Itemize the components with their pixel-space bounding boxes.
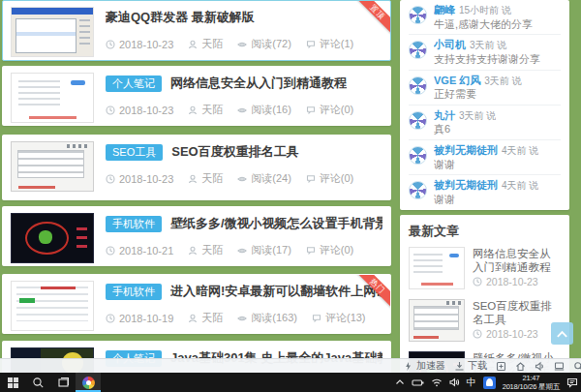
latest-article-title[interactable]: SEO百度权重排名工具 [473, 299, 561, 327]
accelerator-button[interactable]: 加速器 [403, 359, 445, 373]
chevron-up-icon [556, 329, 568, 339]
taskbar-clock[interactable]: 21:47 2018/10/26 星期五 [503, 374, 560, 391]
clock-icon [106, 314, 115, 323]
commenter-name[interactable]: 翩峰 [434, 4, 455, 15]
lightning-icon [403, 361, 413, 372]
eye-icon [237, 174, 247, 184]
article-author: 天陌 [201, 103, 223, 117]
browser-taskbar-button[interactable] [76, 373, 101, 392]
comment-item[interactable]: 被判无期徒刑4天前 说 谢谢 [409, 140, 561, 175]
latest-article-thumbnail[interactable] [409, 247, 465, 289]
article-comment-count: 评论(13) [325, 311, 366, 325]
commenter-name[interactable]: 被判无期徒刑 [434, 179, 498, 191]
commenter-name[interactable]: VGE 幻风 [434, 75, 480, 86]
comment-item[interactable]: 被判无期徒刑4天前 说 谢谢 [409, 175, 561, 209]
article-title[interactable]: 豪迪QQ群发器 最新破解版 [106, 9, 255, 26]
comment-text: 正好需要 [434, 88, 522, 101]
article-thumbnail[interactable] [11, 213, 94, 263]
article-thumbnail[interactable] [11, 7, 94, 57]
article-card[interactable]: SEO工具 SEO百度权重排名工具 2018-10-23 天陌 阅读(24) 评… [2, 135, 391, 200]
add-widget-button[interactable] [496, 361, 506, 372]
comment-time: 3天前 说 [484, 75, 521, 86]
ime-language-indicator[interactable]: 中 [467, 376, 476, 389]
article-reads: 阅读(163) [251, 311, 297, 325]
category-tag[interactable]: 手机软件 [106, 284, 162, 300]
article-date: 2018-10-19 [119, 313, 173, 324]
mute-button[interactable] [535, 361, 545, 372]
speaker-icon [535, 361, 545, 372]
article-author: 天陌 [201, 311, 223, 325]
comment-icon [312, 314, 321, 323]
commenter-name[interactable]: 被判无期徒刑 [434, 144, 498, 156]
eye-icon [237, 314, 247, 323]
clock-icon [473, 277, 482, 286]
clock-icon [106, 246, 115, 256]
user-icon [188, 246, 198, 256]
clock-icon [106, 174, 115, 184]
clock-icon [106, 40, 115, 49]
comment-time: 4天前 说 [502, 180, 538, 191]
commenter-name[interactable]: 丸汁 [434, 109, 455, 121]
comment-item[interactable]: VGE 幻风3天前 说 正好需要 [409, 71, 561, 106]
comment-text: 牛逼,感谢大佬的分享 [434, 18, 533, 31]
download-button[interactable]: 下载 [454, 359, 487, 373]
article-reads: 阅读(17) [251, 243, 291, 257]
back-to-top-button[interactable] [551, 322, 573, 345]
clock-icon [473, 329, 482, 339]
article-author: 天陌 [201, 171, 223, 186]
latest-article-thumbnail[interactable] [409, 299, 465, 342]
avatar [409, 76, 427, 95]
screen-button[interactable] [554, 361, 565, 372]
comment-item[interactable]: 翩峰15小时前 说 牛逼,感谢大佬的分享 [409, 0, 561, 35]
article-card[interactable]: 热门 手机软件 进入暗网!安卓最新可以翻墙软件上网破解版 2018-10-19 … [2, 274, 391, 334]
latest-article-item[interactable]: SEO百度权重排名工具 2018-10-23 [409, 294, 561, 347]
article-card[interactable]: 置顶 豪迪QQ群发器 最新破解版 2018-10-23 天陌 阅读(72) 评论… [2, 0, 391, 61]
comment-time: 15小时前 说 [459, 5, 511, 15]
volume-icon[interactable] [449, 377, 460, 387]
battery-icon[interactable] [412, 378, 424, 387]
comment-icon [306, 106, 316, 115]
start-button[interactable] [0, 373, 25, 392]
tray-chevron-up-icon[interactable] [395, 378, 405, 386]
article-title[interactable]: 壁纸多多/微视小视频怎么设置手机背景 [170, 215, 382, 232]
comment-time: 3天前 说 [459, 110, 496, 121]
home-button[interactable] [515, 361, 526, 372]
wifi-icon[interactable] [431, 377, 443, 387]
article-title[interactable]: SEO百度权重排名工具 [171, 143, 298, 161]
action-center-icon[interactable] [566, 377, 578, 388]
article-thumbnail[interactable] [11, 141, 94, 192]
comment-item[interactable]: 丸汁3天前 说 真6 [409, 106, 561, 140]
browser-bottom-bar: 加速器 下载 [0, 358, 581, 373]
article-title[interactable]: 进入暗网!安卓最新可以翻墙软件上网破解版 [170, 283, 382, 300]
article-comment-count: 评论(1) [320, 37, 353, 51]
article-date: 2018-10-23 [119, 173, 173, 185]
latest-article-date: 2018-10-23 [486, 276, 538, 287]
latest-article-title[interactable]: 网络信息安全从入门到精通教程 [473, 247, 561, 275]
article-comment-count: 评论(0) [320, 103, 353, 117]
article-card[interactable]: 手机软件 壁纸多多/微视小视频怎么设置手机背景 2018-10-21 天陌 阅读… [2, 206, 391, 266]
article-comment-count: 评论(0) [320, 243, 353, 257]
find-button[interactable] [573, 361, 581, 372]
article-thumbnail[interactable] [11, 73, 94, 123]
eye-icon [237, 246, 247, 256]
category-tag[interactable]: SEO工具 [106, 144, 163, 161]
article-meta: 2018-10-23 天陌 阅读(72) 评论(1) [106, 37, 382, 51]
article-date: 2018-10-21 [119, 245, 173, 256]
article-thumbnail[interactable] [11, 281, 94, 331]
system-tray: 中 21:47 2018/10/26 星期五 [395, 374, 581, 391]
taskbar-search-button[interactable] [25, 373, 50, 392]
article-comment-count: 评论(0) [320, 171, 353, 186]
latest-article-item[interactable]: 网络信息安全从入门到精通教程 2018-10-23 [409, 242, 561, 294]
category-tag[interactable]: 个人笔记 [106, 75, 162, 92]
article-meta: 2018-10-19 天陌 阅读(163) 评论(13) [106, 311, 382, 325]
article-reads: 阅读(72) [251, 37, 291, 51]
article-card[interactable]: 个人笔记 网络信息安全从入门到精通教程 2018-10-23 天陌 阅读(16)… [2, 66, 391, 126]
avatar [409, 111, 427, 130]
commenter-name[interactable]: 小司机 [434, 39, 466, 50]
comment-item[interactable]: 小司机3天前 说 支持支持支持谢谢分享 [409, 35, 561, 70]
task-view-button[interactable] [50, 373, 76, 392]
ime-mode-icon[interactable] [483, 377, 496, 389]
eye-icon [237, 40, 247, 49]
article-title[interactable]: 网络信息安全从入门到精通教程 [170, 75, 347, 92]
category-tag[interactable]: 手机软件 [106, 216, 162, 232]
